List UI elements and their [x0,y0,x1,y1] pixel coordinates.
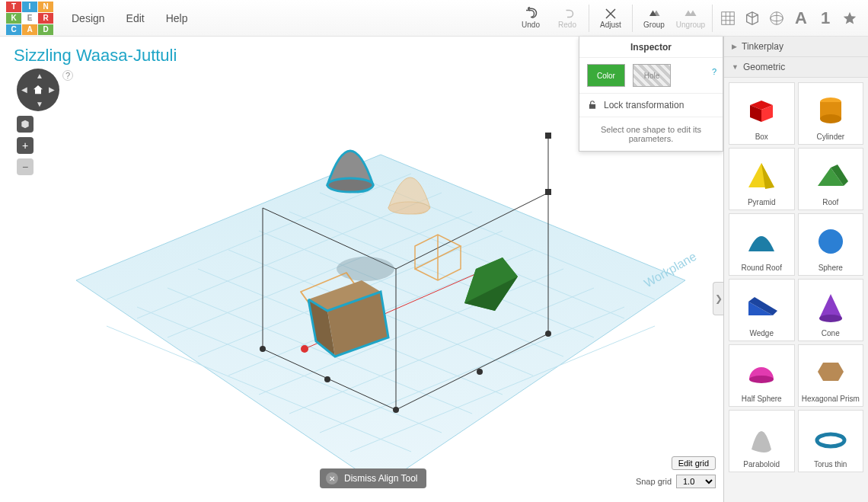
adjust-button[interactable]: Adjust [592,2,629,35]
view-globe-icon[interactable] [766,8,787,29]
library-item-roof[interactable]: Roof [798,148,864,210]
svg-point-23 [260,346,266,352]
svg-point-58 [749,376,774,383]
hole-swatch[interactable]: Hole [633,64,671,87]
library-item-wedge[interactable]: Wedge [729,279,795,341]
lock-transformation[interactable]: Lock transformation [579,94,723,117]
group-button[interactable]: Group [636,2,672,35]
zoom-in-button[interactable]: + [17,137,34,154]
svg-point-34 [337,257,394,281]
svg-point-31 [301,345,308,353]
library-item-paraboloid[interactable]: Paraboloid [729,410,795,472]
svg-point-32 [327,178,373,192]
library-item-cylinder[interactable]: Cylinder [798,82,864,145]
library-section-geometric[interactable]: ▼Geometric [724,57,868,78]
edit-grid-button[interactable]: Edit grid [672,456,716,470]
svg-rect-29 [545,189,551,195]
svg-marker-59 [818,363,844,381]
svg-point-33 [388,202,429,214]
project-title[interactable]: Sizzling Waasa-Juttuli [14,46,177,66]
menu-design[interactable]: Design [61,6,116,30]
library-item-sphere[interactable]: Sphere [798,213,864,276]
view-cube-icon[interactable] [742,8,763,29]
snap-grid-select[interactable]: 0.10.250.51.02.05.0 [676,475,716,488]
ungroup-button[interactable]: Ungroup [672,2,709,35]
fit-view-button[interactable] [17,116,34,133]
svg-point-26 [477,369,483,375]
library-collapse-handle[interactable]: ❯ [713,282,723,315]
library-item-half-sphere[interactable]: Half Sphere [729,344,795,407]
svg-point-24 [393,407,399,413]
shape-library: ▶Tinkerplay ▼Geometric BoxCylinderPyrami… [723,37,868,502]
library-item-round-roof[interactable]: Round Roof [729,213,795,276]
svg-point-60 [817,434,844,446]
svg-point-25 [545,331,551,337]
svg-rect-0 [722,11,735,24]
view-number-icon[interactable]: 1 [815,8,836,29]
snap-grid-control: Snap grid 0.10.250.51.02.05.0 [636,475,716,488]
redo-button[interactable]: Redo [549,2,586,35]
svg-point-57 [819,315,842,322]
lock-icon [587,100,598,110]
zoom-out-button[interactable]: − [17,158,34,175]
undo-button[interactable]: Undo [512,2,549,35]
library-item-pyramid[interactable]: Pyramid [729,148,795,210]
inspector-title: Inspector [579,37,723,58]
color-swatch[interactable]: Color [587,64,625,87]
svg-point-53 [819,229,843,254]
shape-paraboloid-gray[interactable] [327,151,373,192]
orbit-wheel[interactable]: ▲▼◀▶ [17,69,59,111]
library-item-cone[interactable]: Cone [798,279,864,341]
svg-point-27 [324,376,330,382]
menu-edit[interactable]: Edit [116,6,155,30]
inspector-help-icon[interactable]: ? [712,67,716,76]
svg-point-48 [820,114,841,123]
orbit-help-icon[interactable]: ? [62,70,73,81]
library-section-tinkerplay[interactable]: ▶Tinkerplay [724,37,868,57]
tinkercad-logo[interactable]: TINKERCAD [6,2,53,35]
view-star-icon[interactable] [839,8,860,29]
library-item-box[interactable]: Box [729,82,795,145]
library-item-hexagonal-prism[interactable]: Hexagonal Prism [798,344,864,407]
home-icon[interactable] [32,84,44,96]
menu-help[interactable]: Help [155,6,199,30]
dismiss-align-tool[interactable]: ✕ Dismiss Align Tool [320,468,426,488]
inspector-hint: Select one shape to edit its parameters. [579,117,723,151]
top-toolbar: TINKERCAD Design Edit Help Undo Redo Adj… [0,0,868,37]
library-item-torus-thin[interactable]: Torus thin [798,410,864,472]
inspector-panel: Inspector Color Hole ? Lock transformati… [579,37,723,152]
view-grid-icon[interactable] [717,8,739,29]
svg-rect-28 [545,133,551,139]
close-icon[interactable]: ✕ [326,472,338,484]
view-text-icon[interactable]: A [790,8,812,29]
